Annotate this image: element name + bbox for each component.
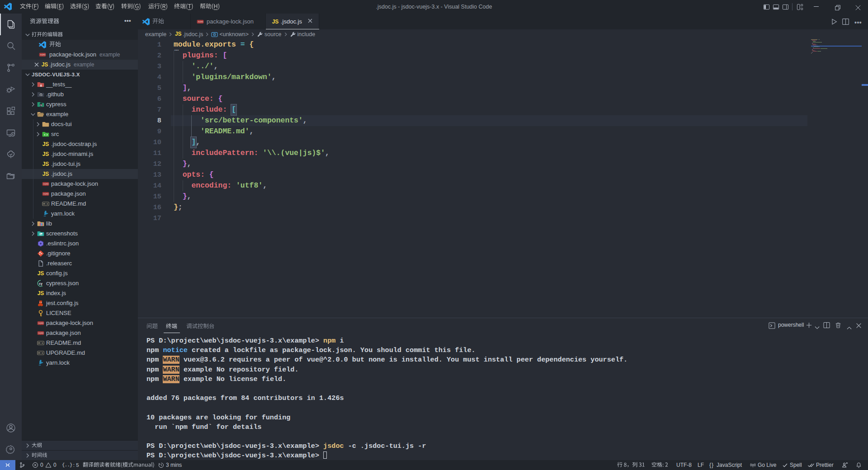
svg-text:cy: cy xyxy=(39,282,42,286)
svg-text:cy: cy xyxy=(40,103,43,106)
